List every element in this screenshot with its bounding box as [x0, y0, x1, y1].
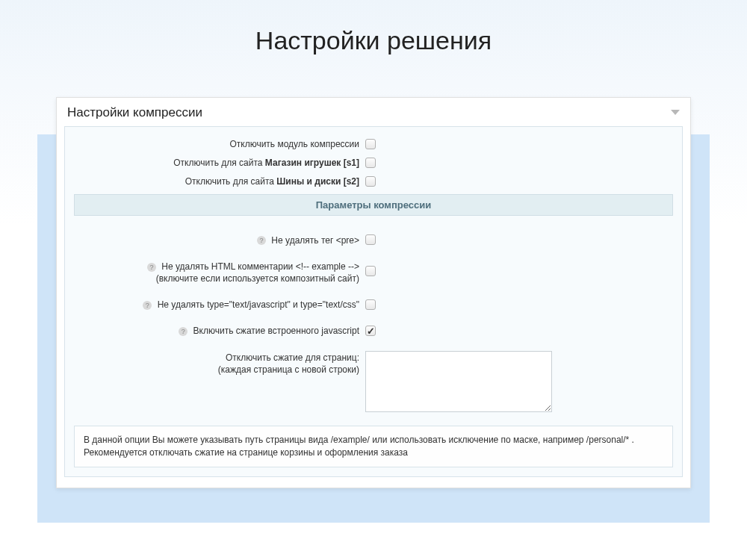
- textarea-exclude-pages[interactable]: [365, 351, 552, 412]
- label-disable-s1-prefix: Отключить для сайта: [173, 158, 265, 168]
- checkbox-keep-types[interactable]: [365, 299, 376, 310]
- label-disable-module: Отключить модуль компрессии: [229, 139, 359, 149]
- label-disable-s2-name: Шины и диски [s2]: [276, 176, 359, 187]
- label-keep-types: Не удалять type="text/javascript" и type…: [158, 299, 359, 310]
- panel-title: Настройки компрессии: [67, 105, 202, 120]
- checkbox-disable-site-s2[interactable]: [365, 176, 376, 187]
- label-keep-pre: Не удалять тег <pre>: [271, 235, 359, 246]
- label-inline-js: Включить сжатие встроенного javascript: [193, 326, 359, 336]
- checkbox-disable-site-s1[interactable]: [365, 158, 376, 168]
- checkbox-inline-js[interactable]: [365, 326, 376, 336]
- collapse-icon[interactable]: [671, 110, 680, 116]
- row-keep-comments: ? Не удалять HTML комментарии <!-- examp…: [74, 260, 673, 284]
- svg-marker-0: [671, 110, 680, 115]
- panel-header: Настройки компрессии: [57, 98, 690, 126]
- help-icon[interactable]: ?: [147, 263, 156, 272]
- label-keep-comments-line1: Не удалять HTML комментарии <!-- example…: [161, 261, 359, 272]
- checkbox-disable-module[interactable]: [365, 139, 376, 149]
- help-icon[interactable]: ?: [257, 236, 266, 245]
- label-keep-comments-line2: (включите если используется композитный …: [156, 273, 359, 284]
- row-keep-pre: ? Не удалять тег <pre>: [74, 234, 673, 246]
- checkbox-keep-comments[interactable]: [365, 266, 376, 276]
- note-box: В данной опции Вы можете указывать путь …: [74, 426, 673, 468]
- row-inline-js: ? Включить сжатие встроенного javascript: [74, 324, 673, 337]
- label-disable-s2-prefix: Отключить для сайта: [185, 176, 277, 187]
- row-keep-types: ? Не удалять type="text/javascript" и ty…: [74, 298, 673, 311]
- panel-body: Отключить модуль компрессии Отключить дл…: [64, 126, 683, 477]
- help-icon[interactable]: ?: [179, 327, 187, 336]
- label-disable-s1-name: Магазин игрушек [s1]: [265, 158, 359, 168]
- label-exclude-line2: (каждая страница с новой строки): [218, 364, 359, 375]
- row-disable-site-s2: Отключить для сайта Шины и диски [s2]: [74, 175, 673, 187]
- help-icon[interactable]: ?: [143, 301, 152, 310]
- label-exclude-line1: Отключить сжатие для страниц:: [226, 352, 359, 363]
- section-compression-params: Параметры компрессии: [74, 194, 673, 216]
- settings-panel: Настройки компрессии Отключить модуль ко…: [56, 97, 691, 488]
- page-title: Настройки решения: [0, 26, 747, 55]
- row-exclude-pages: Отключить сжатие для страниц: (каждая ст…: [74, 351, 673, 415]
- checkbox-keep-pre[interactable]: [365, 234, 376, 245]
- row-disable-module: Отключить модуль компрессии: [74, 137, 673, 150]
- row-disable-site-s1: Отключить для сайта Магазин игрушек [s1]: [74, 156, 673, 169]
